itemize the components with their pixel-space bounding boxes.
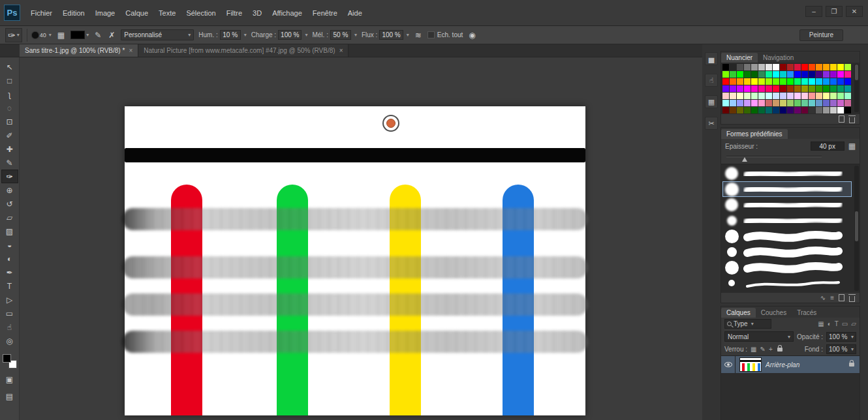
- color-swatch[interactable]: [722, 85, 729, 92]
- shape-layers-filter-icon[interactable]: ▭: [842, 320, 848, 327]
- color-swatch[interactable]: [773, 100, 779, 106]
- shape-tool[interactable]: ▭: [1, 307, 18, 320]
- color-swatch[interactable]: [744, 78, 751, 85]
- layer-thumbnail[interactable]: [739, 357, 762, 372]
- color-swatch[interactable]: [722, 64, 729, 70]
- field-value[interactable]: 10 %: [220, 30, 241, 40]
- stroke-preview-toggle-icon[interactable]: ∿: [820, 294, 826, 301]
- color-swatch[interactable]: [773, 93, 779, 99]
- color-swatch[interactable]: [787, 93, 794, 99]
- color-swatch[interactable]: [787, 107, 794, 113]
- color-swatch[interactable]: [744, 100, 751, 106]
- color-swatch[interactable]: [845, 85, 851, 92]
- field-value[interactable]: 100 %: [379, 30, 403, 40]
- color-swatch[interactable]: [751, 93, 758, 99]
- color-swatch[interactable]: [794, 107, 801, 113]
- color-swatch[interactable]: [845, 64, 851, 70]
- preset-manager-icon[interactable]: ≡: [830, 294, 834, 301]
- color-swatch[interactable]: [730, 71, 736, 78]
- color-swatch[interactable]: [845, 100, 851, 106]
- color-swatch[interactable]: [751, 85, 758, 92]
- color-swatch[interactable]: [730, 78, 736, 85]
- color-swatch[interactable]: [737, 100, 743, 106]
- color-swatch[interactable]: [801, 107, 808, 113]
- foreground-color-swatch[interactable]: [3, 354, 11, 363]
- field-value[interactable]: 50 %: [330, 30, 351, 40]
- color-swatch[interactable]: [773, 107, 779, 113]
- color-swatch[interactable]: [837, 64, 844, 70]
- menu-selection[interactable]: Sélection: [181, 9, 221, 17]
- styles-panel-icon[interactable]: ▦: [705, 95, 718, 108]
- toggle-brush-panel-icon[interactable]: ▦: [848, 142, 856, 151]
- color-swatch[interactable]: [780, 107, 786, 113]
- color-swatch[interactable]: [837, 85, 844, 92]
- delete-brush-icon[interactable]: [849, 296, 855, 302]
- brush-preset-row[interactable]: [722, 244, 852, 260]
- swatches-scrollbar[interactable]: [854, 64, 859, 112]
- lock-transparency-icon[interactable]: ▦: [751, 346, 756, 353]
- pixel-layers-filter-icon[interactable]: ▦: [818, 320, 824, 327]
- color-swatch[interactable]: [801, 85, 808, 92]
- color-swatch[interactable]: [751, 71, 758, 78]
- color-swatch[interactable]: [830, 78, 837, 85]
- hand-tool[interactable]: ☝: [1, 320, 18, 334]
- size-slider[interactable]: [725, 153, 823, 162]
- mixer-brush-tool[interactable]: ✑: [1, 170, 18, 183]
- color-swatch[interactable]: [823, 93, 829, 99]
- layer-filter-dropdown[interactable]: Type ▾: [724, 319, 771, 329]
- menu-affichage[interactable]: Affichage: [267, 9, 307, 17]
- size-value[interactable]: 40 px: [811, 142, 845, 151]
- close-tab-icon[interactable]: ×: [129, 47, 132, 54]
- color-swatch[interactable]: [766, 100, 772, 106]
- tab-navigation[interactable]: Navigation: [758, 53, 799, 63]
- blur-tool[interactable]: ◒: [1, 238, 18, 252]
- color-swatch[interactable]: [845, 107, 851, 113]
- lock-pixels-icon[interactable]: ✎: [760, 346, 765, 353]
- color-swatch[interactable]: [773, 64, 779, 70]
- color-swatch[interactable]: [758, 93, 765, 99]
- blend-mode-dropdown[interactable]: Normal ▾: [724, 331, 794, 342]
- close-tab-icon[interactable]: ×: [339, 47, 343, 54]
- color-swatch[interactable]: [794, 78, 801, 85]
- marquee-tool[interactable]: □: [1, 74, 18, 87]
- color-swatch[interactable]: [730, 93, 736, 99]
- color-swatch[interactable]: [751, 78, 758, 85]
- color-swatch[interactable]: [809, 107, 815, 113]
- menu-filtre[interactable]: Filtre: [221, 9, 247, 17]
- load-brush-icon[interactable]: ✎: [93, 31, 102, 40]
- color-swatch[interactable]: [794, 71, 801, 78]
- color-swatch[interactable]: [830, 71, 837, 78]
- new-brush-icon[interactable]: [839, 294, 845, 301]
- color-swatch[interactable]: [780, 64, 786, 70]
- color-swatch[interactable]: [730, 107, 736, 113]
- mix-preset-dropdown[interactable]: Personnalisé ▾: [121, 29, 194, 40]
- color-swatch[interactable]: [766, 64, 772, 70]
- color-swatch[interactable]: [787, 78, 794, 85]
- color-swatch[interactable]: [751, 100, 758, 106]
- color-swatch[interactable]: [809, 78, 815, 85]
- color-swatch[interactable]: [837, 71, 844, 78]
- history-brush-tool[interactable]: ↺: [1, 197, 18, 211]
- color-swatch[interactable]: [722, 78, 729, 85]
- quick-selection-tool[interactable]: ◌: [1, 101, 18, 115]
- brush-load-swatch[interactable]: ▾: [70, 31, 89, 39]
- color-swatch[interactable]: [801, 100, 808, 106]
- color-swatch[interactable]: [823, 85, 829, 92]
- type-tool[interactable]: T: [1, 279, 18, 293]
- color-swatch[interactable]: [823, 78, 829, 85]
- layer-row[interactable]: Arrière-plan: [721, 356, 860, 373]
- field-value[interactable]: 100 %: [278, 30, 302, 40]
- tab-formes-predefinies[interactable]: Formes prédéfinies: [721, 129, 788, 139]
- color-swatch[interactable]: [845, 78, 851, 85]
- document-tab-1[interactable]: Sans titre-1.jpg @ 100% (RVB/8) * ×: [20, 44, 138, 57]
- color-swatch[interactable]: [773, 71, 779, 78]
- scrollbar-thumb[interactable]: [855, 65, 858, 80]
- color-swatch[interactable]: [823, 71, 829, 78]
- restore-button[interactable]: ❐: [826, 6, 843, 17]
- color-swatch[interactable]: [787, 64, 794, 70]
- quick-mask-icon[interactable]: ▣: [1, 372, 18, 386]
- color-swatch[interactable]: [737, 78, 743, 85]
- canvas[interactable]: [125, 106, 585, 415]
- current-tool-preset[interactable]: ✑ ▾: [5, 28, 22, 42]
- color-swatch[interactable]: [744, 64, 751, 70]
